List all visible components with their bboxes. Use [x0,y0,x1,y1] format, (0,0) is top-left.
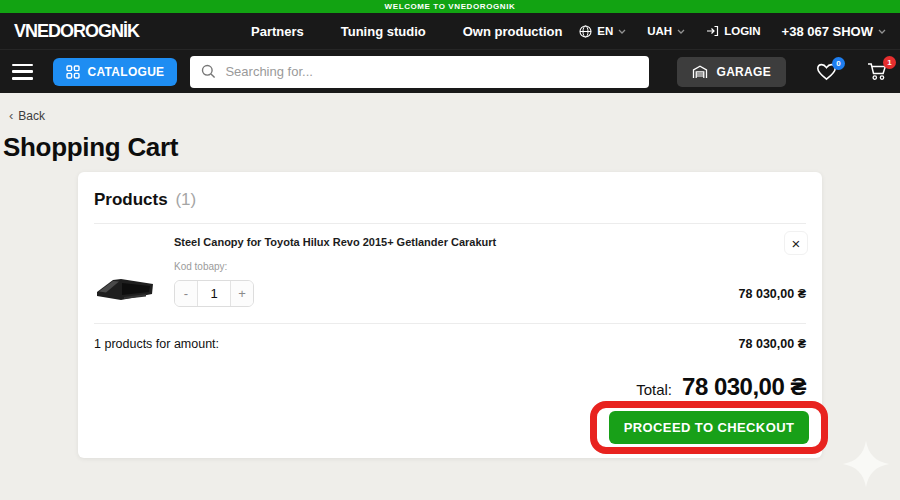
cart-item-row: Steel Canopy for Toyota Hilux Revo 2015+… [78,224,822,323]
nav-item-tuning-studio[interactable]: Tuning studio [341,24,426,39]
product-price: 78 030,00 ₴ [739,287,806,301]
login-icon [706,25,719,37]
main-nav: Partners Tuning studio Own production [251,24,562,39]
language-label: EN [597,25,613,37]
summary-price: 78 030,00 ₴ [739,337,806,351]
cart-item-details: Steel Canopy for Toyota Hilux Revo 2015+… [174,236,806,307]
welcome-banner-text: WELCOME TO VNEDOROGNIK [385,2,516,11]
hamburger-icon [12,70,33,73]
hamburger-icon [12,64,33,67]
cart-button[interactable]: 1 [867,62,888,81]
login-label: LOGIN [724,25,760,37]
top-header: VNEDOROGNİK Partners Tuning studio Own p… [0,13,900,49]
back-label: Back [18,109,45,123]
close-icon: × [792,236,801,251]
language-selector[interactable]: EN [579,25,626,38]
search-input[interactable] [225,64,637,79]
garage-icon [692,65,708,79]
phone-number-toggle[interactable]: +38 067 SHOW [782,24,886,39]
proceed-to-checkout-button[interactable]: PROCEED TO CHECKOUT [609,411,809,444]
chevron-left-icon: ‹ [9,108,13,123]
chevron-down-icon [677,29,685,34]
phone-label: +38 067 SHOW [782,24,873,39]
toolbar: CATALOGUE GARAGE 0 1 [0,49,900,93]
total-label: Total: [636,381,672,398]
favorites-badge: 0 [832,57,845,70]
quantity-increase-button[interactable]: + [231,281,253,306]
search-icon [201,64,216,79]
chevron-down-icon [878,29,886,34]
sparkle-icon [843,441,889,491]
summary-row: 1 products for amount: 78 030,00 ₴ [78,324,822,361]
login-button[interactable]: LOGIN [706,25,760,37]
favorites-button[interactable]: 0 [816,63,837,81]
remove-item-button[interactable]: × [784,231,808,255]
cart-badge: 1 [883,56,896,69]
product-image [94,236,174,307]
quantity-value[interactable]: 1 [197,281,231,306]
hamburger-icon [12,77,33,80]
page-title: Shopping Cart [3,132,900,163]
logo[interactable]: VNEDOROGNİK [14,21,139,42]
chevron-down-icon [618,29,626,34]
catalogue-button-label: CATALOGUE [88,65,165,79]
menu-button[interactable] [12,64,33,80]
product-title[interactable]: Steel Canopy for Toyota Hilux Revo 2015+… [174,236,806,248]
nav-item-own-production[interactable]: Own production [463,24,563,39]
globe-icon [579,25,592,38]
product-code-label: Kod tobapy: [174,261,806,272]
product-bottom-row: - 1 + 78 030,00 ₴ [174,280,806,307]
total-price: 78 030,00 ₴ [682,373,806,401]
back-link[interactable]: ‹ Back [9,108,45,123]
currency-label: UAH [647,25,672,37]
header-right-group: EN UAH LOGIN +38 067 SHOW [579,24,886,39]
summary-label: 1 products for amount: [94,337,219,351]
annotation-highlight-box: PROCEED TO CHECKOUT [590,401,828,454]
quantity-decrease-button[interactable]: - [175,281,197,306]
products-count: (1) [175,190,196,209]
welcome-banner: WELCOME TO VNEDOROGNIK [0,0,900,13]
currency-selector[interactable]: UAH [647,25,685,37]
search-bar[interactable] [190,56,648,88]
products-header: Products (1) [78,172,822,223]
garage-button-label: GARAGE [717,65,771,79]
total-row: Total: 78 030,00 ₴ [78,361,822,401]
catalogue-button[interactable]: CATALOGUE [53,58,178,86]
quantity-stepper: - 1 + [174,280,254,307]
garage-button[interactable]: GARAGE [677,57,786,87]
grid-icon [66,65,80,79]
nav-item-partners[interactable]: Partners [251,24,304,39]
products-label: Products [94,190,168,209]
